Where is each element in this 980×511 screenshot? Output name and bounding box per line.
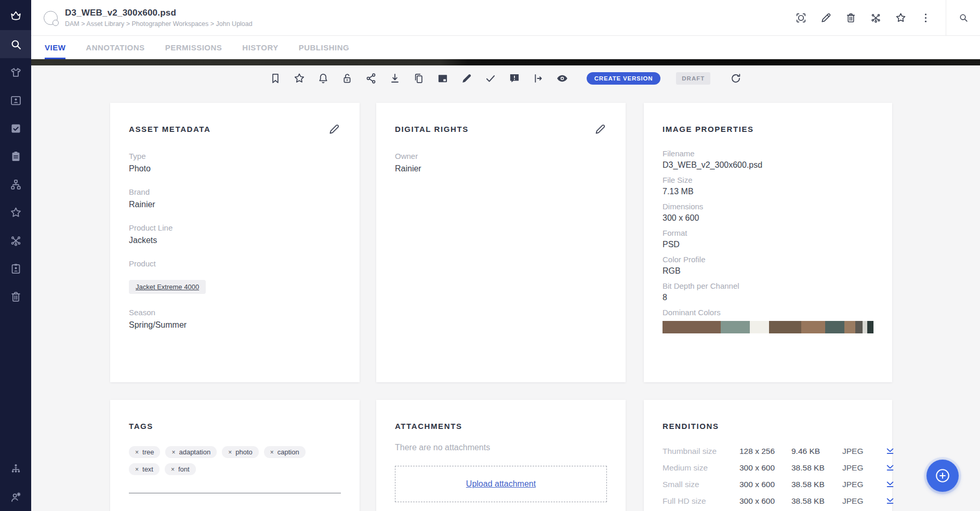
delete-icon[interactable] (844, 11, 857, 24)
color-swatch (663, 321, 721, 333)
digital-rights-card: DIGITAL RIGHTS Owner Rainier (376, 103, 626, 382)
refresh-icon[interactable] (729, 72, 743, 85)
field-label: Season (129, 308, 341, 317)
tab-annotations[interactable]: ANNOTATIONS (86, 36, 144, 59)
bookmark-icon[interactable] (269, 72, 282, 85)
tab-history[interactable]: HISTORY (242, 36, 278, 59)
rendition-dimensions: 300 x 600 (739, 463, 791, 473)
prop-label: File Size (663, 176, 873, 184)
upload-attachment-link[interactable]: Upload attachment (466, 479, 536, 489)
sidebar-item-trash[interactable] (0, 283, 31, 311)
sidebar-item-tasks[interactable] (0, 114, 31, 142)
field-label: Product (129, 259, 341, 268)
attachments-empty-text: There are no attachments (395, 443, 607, 452)
share-icon[interactable] (364, 72, 378, 85)
canvas-icon[interactable] (436, 72, 449, 85)
tag-pill[interactable]: × photo (222, 446, 259, 458)
tab-permissions[interactable]: PERMISSIONS (165, 36, 222, 59)
rendition-format: JPEG (842, 480, 885, 489)
rendition-dimensions: 300 x 600 (739, 480, 791, 489)
edit-rights-icon[interactable] (593, 123, 607, 136)
brand-logo-icon[interactable] (0, 0, 31, 30)
metadata-field-product: Product Jacket Extreme 4000 (129, 259, 341, 294)
sidebar-item-search[interactable] (0, 30, 31, 58)
sidebar-item-user-settings[interactable] (0, 483, 31, 511)
breadcrumb[interactable]: DAM > Asset Library > Photographer Works… (65, 20, 253, 28)
remove-tag-icon[interactable]: × (171, 466, 175, 473)
download-icon[interactable] (388, 72, 402, 85)
prop-label: Dimensions (663, 202, 873, 211)
comment-alert-icon[interactable] (508, 72, 521, 85)
move-icon[interactable] (532, 72, 545, 85)
image-properties-title: IMAGE PROPERTIES (663, 125, 754, 133)
tab-publishing[interactable]: PUBLISHING (299, 36, 350, 59)
copy-icon[interactable] (412, 72, 426, 85)
download-rendition-icon[interactable] (885, 479, 895, 490)
star-icon[interactable] (293, 72, 306, 85)
content-area: CREATE VERSION DRAFT ASSET METADATA Type… (31, 65, 980, 511)
field-label: Product Line (129, 223, 341, 232)
download-rendition-icon[interactable] (885, 463, 895, 473)
digital-rights-title: DIGITAL RIGHTS (395, 125, 469, 133)
tag-pill[interactable]: × adaptation (165, 446, 217, 458)
remove-tag-icon[interactable]: × (135, 449, 139, 456)
rendition-dimensions: 300 x 600 (739, 496, 791, 506)
tag-input-underline[interactable] (129, 493, 341, 493)
search-icon[interactable] (946, 0, 980, 36)
product-chip-link[interactable]: Jacket Extreme 4000 (129, 280, 206, 294)
sidebar-item-org-structure[interactable] (0, 455, 31, 483)
attachments-card: ATTACHMENTS There are no attachments Upl… (376, 400, 626, 511)
sidebar-item-apparel[interactable] (0, 58, 31, 86)
download-rendition-icon[interactable] (885, 496, 895, 506)
prop-value: 7.13 MB (663, 187, 873, 196)
preview-eye-icon[interactable] (555, 72, 569, 85)
field-value: Photo (129, 164, 341, 173)
tag-pill[interactable]: × caption (264, 446, 306, 458)
asset-status-icon (44, 11, 58, 25)
prop-label: Format (663, 228, 873, 237)
tag-label: text (142, 465, 153, 473)
tab-view[interactable]: VIEW (45, 36, 65, 59)
share-network-icon[interactable] (869, 11, 882, 24)
tag-pill[interactable]: × tree (129, 446, 160, 458)
remove-tag-icon[interactable]: × (270, 449, 274, 456)
create-version-button[interactable]: CREATE VERSION (587, 72, 661, 85)
edit-icon[interactable] (819, 11, 832, 24)
upload-dropzone[interactable]: Upload attachment (395, 466, 607, 502)
tags-title: TAGS (129, 422, 153, 431)
dominant-colors-strip (663, 321, 873, 333)
prop-value: D3_WEB_v2_300x600.psd (663, 160, 873, 170)
edit-metadata-icon[interactable] (327, 123, 341, 136)
add-plus-icon (934, 467, 951, 485)
edit-pencil-icon[interactable] (460, 72, 473, 85)
remove-tag-icon[interactable]: × (171, 449, 175, 456)
sidebar-item-integrations[interactable] (0, 226, 31, 254)
field-label: Owner (395, 152, 607, 160)
prop-label: Color Profile (663, 255, 873, 264)
tag-pill[interactable]: × text (129, 463, 160, 475)
bell-icon[interactable] (316, 72, 330, 85)
add-asset-fab[interactable] (926, 460, 959, 492)
sidebar-item-favorites[interactable] (0, 198, 31, 226)
tag-pill[interactable]: × font (165, 463, 196, 475)
download-rendition-icon[interactable] (885, 446, 895, 456)
tags-list: × tree × adaptation × photo × caption × … (129, 446, 341, 475)
renditions-title: RENDITIONS (663, 422, 719, 431)
remove-tag-icon[interactable]: × (228, 449, 232, 456)
sidebar-item-taxonomy[interactable] (0, 170, 31, 198)
dominant-colors-label: Dominant Colors (663, 308, 873, 317)
lock-open-icon[interactable] (340, 72, 354, 85)
asset-title-block: D3_WEB_v2_300x600.psd DAM > Asset Librar… (44, 8, 253, 28)
approve-check-icon[interactable] (484, 72, 497, 85)
sidebar-item-jobs[interactable] (0, 254, 31, 283)
sidebar-item-briefs[interactable] (0, 142, 31, 170)
focus-icon[interactable] (794, 11, 807, 24)
asset-preview-edge[interactable] (31, 59, 980, 65)
prop-label: Filename (663, 149, 873, 158)
more-icon[interactable] (919, 11, 932, 24)
prop-label: Bit Depth per Channel (663, 281, 873, 290)
favorite-icon[interactable] (894, 11, 907, 24)
remove-tag-icon[interactable]: × (135, 466, 139, 473)
sidebar-item-contacts[interactable] (0, 86, 31, 114)
app-sidebar (0, 0, 31, 511)
